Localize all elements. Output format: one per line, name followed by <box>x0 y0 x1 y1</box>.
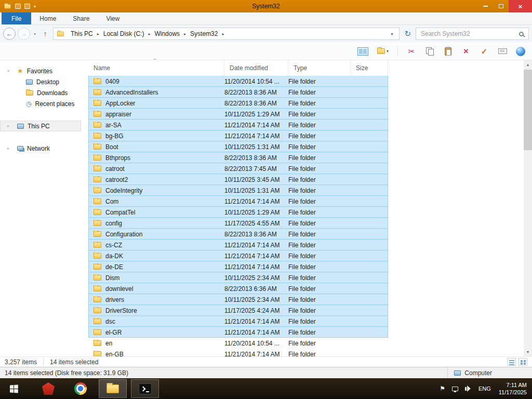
file-name: dsc <box>105 318 115 325</box>
folder-icon <box>94 89 101 95</box>
refresh-button[interactable]: ↻ <box>402 29 414 38</box>
confirm-button[interactable]: ✓ <box>480 47 489 56</box>
network-tray-icon[interactable] <box>452 387 458 391</box>
start-button[interactable] <box>0 378 27 399</box>
help-button[interactable] <box>516 47 525 56</box>
file-row[interactable]: ar-SA11/21/2014 7:14 AMFile folder <box>88 119 388 130</box>
file-name: Boot <box>105 143 118 151</box>
breadcrumb-segment-system32[interactable]: System32 <box>187 30 221 37</box>
file-row[interactable]: 040911/20/2014 10:54 ...File folder <box>88 76 388 87</box>
search-input[interactable]: Search System32 <box>421 30 519 37</box>
layout-view-button[interactable] <box>357 47 368 56</box>
paste-button[interactable] <box>443 47 453 56</box>
file-row[interactable]: AdvancedInstallers8/22/2013 8:36 AMFile … <box>88 87 388 98</box>
maximize-button[interactable] <box>493 0 509 12</box>
file-row[interactable]: Bthprops8/22/2013 8:36 AMFile folder <box>88 152 388 163</box>
sidebar-item-recent-places[interactable]: Recent places <box>0 98 88 109</box>
file-row[interactable]: CompatTel10/11/2025 1:29 AMFile folder <box>88 207 388 218</box>
file-row[interactable]: cs-CZ11/21/2014 7:14 AMFile folder <box>88 240 388 250</box>
file-row[interactable]: Com11/21/2014 7:14 AMFile folder <box>88 196 388 207</box>
sidebar-item-downloads[interactable]: Downloads <box>0 87 88 98</box>
file-row[interactable]: appraiser10/11/2025 1:29 AMFile folder <box>88 109 388 119</box>
tab-home[interactable]: Home <box>31 12 64 24</box>
tree-expand-arrow-icon[interactable] <box>7 124 14 128</box>
up-button[interactable]: ↑ <box>39 28 51 39</box>
file-row[interactable]: CodeIntegrity10/11/2025 1:31 AMFile fold… <box>88 185 388 196</box>
file-row[interactable]: drivers10/11/2025 2:34 AMFile folder <box>88 294 388 305</box>
breadcrumb-segment-windows[interactable]: Windows <box>151 30 183 37</box>
scrollbar-up-arrow[interactable]: ▲ <box>524 60 532 69</box>
sidebar-item-this-pc[interactable]: This PC <box>0 121 81 131</box>
column-header-size[interactable]: Size <box>351 60 388 76</box>
file-row[interactable]: en11/20/2014 10:54 ...File folder <box>88 338 388 349</box>
details-view-button[interactable] <box>507 358 516 366</box>
close-button[interactable]: × <box>509 0 532 12</box>
scrollbar-down-arrow[interactable]: ▼ <box>524 348 532 356</box>
file-row[interactable]: DriverStore11/17/2025 4:24 AMFile folder <box>88 305 388 316</box>
classic-status-bar: 14 items selected (Disk free space: 31.9… <box>0 367 532 378</box>
file-row[interactable]: Dism10/11/2025 2:34 AMFile folder <box>88 272 388 283</box>
sidebar-item-network[interactable]: Network <box>0 143 88 154</box>
volume-icon[interactable] <box>465 385 471 392</box>
file-row[interactable]: catroot210/11/2025 3:45 AMFile folder <box>88 174 388 185</box>
breadcrumb-chevron-icon[interactable]: ▸ <box>221 32 224 36</box>
tree-expand-arrow-icon[interactable] <box>7 69 14 73</box>
breadcrumb-segment-local-disk-c[interactable]: Local Disk (C:) <box>100 30 148 37</box>
column-header-name[interactable]: Name <box>88 60 224 76</box>
language-indicator[interactable]: ENG <box>477 385 492 392</box>
file-date-modified: 11/21/2014 7:14 AM <box>224 198 288 205</box>
taskbar-file-explorer-button[interactable] <box>99 379 127 398</box>
file-row[interactable]: el-GR11/21/2014 7:14 AMFile folder <box>88 327 388 338</box>
qat-properties-icon[interactable] <box>15 4 21 9</box>
taskbar-command-prompt-button[interactable] <box>131 379 159 398</box>
action-center-flag-icon[interactable]: ⚑ <box>440 385 445 392</box>
selected-count: 14 items selected <box>50 358 98 366</box>
scrollbar-thumb[interactable] <box>524 70 532 150</box>
tab-view[interactable]: View <box>98 12 128 24</box>
file-row[interactable]: Boot10/11/2025 1:31 AMFile folder <box>88 141 388 152</box>
vertical-scrollbar[interactable]: ▲ ▼ <box>524 60 532 356</box>
file-row[interactable]: config11/17/2025 4:55 AMFile folder <box>88 218 388 229</box>
rename-button[interactable] <box>498 48 507 54</box>
breadcrumb[interactable]: This PC▸Local Disk (C:)▸Windows▸System32… <box>53 28 400 40</box>
large-icons-view-button[interactable] <box>518 358 527 366</box>
breadcrumb-segment-this-pc[interactable]: This PC <box>67 30 97 37</box>
new-folder-button[interactable]: ▾ <box>377 48 389 54</box>
tab-share[interactable]: Share <box>64 12 98 24</box>
sidebar-item-favorites[interactable]: Favorites <box>0 65 88 76</box>
search-box[interactable]: Search System32 <box>416 28 529 40</box>
qat-customize-chevron-icon[interactable]: ▾ <box>34 4 36 9</box>
address-history-chevron-icon[interactable]: ▾ <box>388 32 396 36</box>
file-row[interactable]: bg-BG11/21/2014 7:14 AMFile folder <box>88 130 388 141</box>
sidebar-item-label: Favorites <box>27 68 52 75</box>
file-row[interactable]: AppLocker8/22/2013 8:36 AMFile folder <box>88 98 388 109</box>
taskbar-red-app-button[interactable] <box>34 379 62 398</box>
tree-expand-arrow-icon[interactable] <box>7 146 14 151</box>
file-row[interactable]: de-DE11/21/2014 7:14 AMFile folder <box>88 261 388 272</box>
file-row[interactable]: dsc11/21/2014 7:14 AMFile folder <box>88 316 388 327</box>
column-header-date-modified[interactable]: Date modified <box>224 60 288 76</box>
file-row[interactable]: da-DK11/21/2014 7:14 AMFile folder <box>88 250 388 261</box>
file-row[interactable]: en-GB11/21/2014 7:14 AMFile folder <box>88 349 388 356</box>
file-row[interactable]: Configuration8/22/2013 8:36 AMFile folde… <box>88 229 388 240</box>
cut-button[interactable]: ✂ <box>407 47 416 56</box>
file-row[interactable]: catroot8/22/2013 7:45 AMFile folder <box>88 163 388 174</box>
back-button[interactable]: ← <box>3 28 16 40</box>
file-row[interactable]: downlevel8/22/2013 6:36 AMFile folder <box>88 283 388 294</box>
file-name: downlevel <box>105 285 133 292</box>
copy-button[interactable] <box>425 47 434 55</box>
tab-file[interactable]: File <box>2 12 31 24</box>
recent-locations-chevron-icon[interactable]: ▾ <box>32 32 37 36</box>
file-type: File folder <box>288 252 351 260</box>
folder-icon <box>94 351 101 356</box>
minimize-button[interactable] <box>477 0 493 12</box>
qat-new-folder-icon[interactable] <box>24 4 30 9</box>
file-date-modified: 11/21/2014 7:14 AM <box>224 263 288 271</box>
forward-button[interactable]: → <box>18 28 30 40</box>
delete-button[interactable]: × <box>461 46 471 57</box>
sidebar-item-desktop[interactable]: Desktop <box>0 76 88 87</box>
address-bar-row: ← → ▾ ↑ This PC▸Local Disk (C:)▸Windows▸… <box>0 25 532 43</box>
taskbar-browser-button[interactable] <box>66 379 95 398</box>
taskbar-clock[interactable]: 7:11 AM 11/17/2025 <box>499 381 527 396</box>
column-header-type[interactable]: Type <box>288 60 351 76</box>
